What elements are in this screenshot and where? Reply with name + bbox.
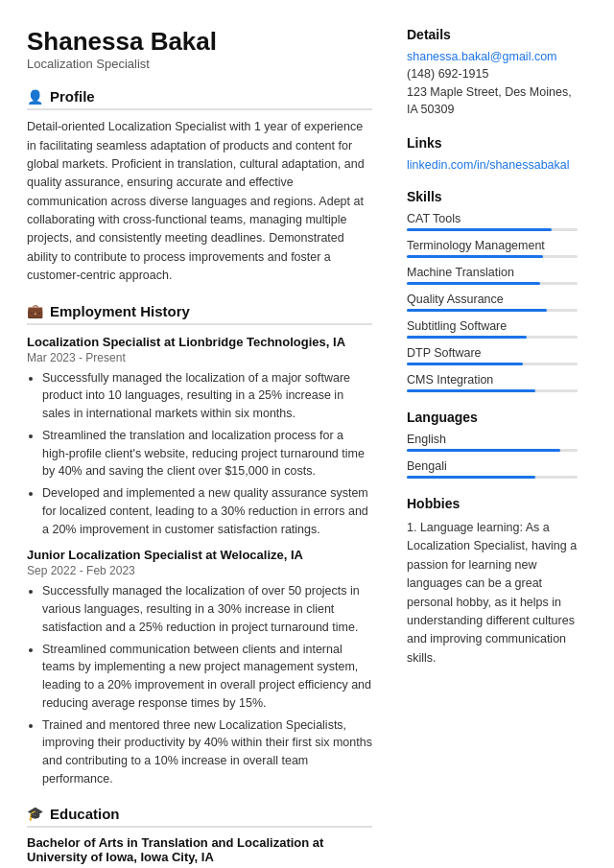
job-dates-2: Sep 2022 - Feb 2023 <box>27 564 372 577</box>
hobbies-section-title: Hobbies <box>407 496 578 511</box>
skill-name: Terminology Management <box>407 239 578 252</box>
education-section-title: 🎓 Education <box>27 806 372 828</box>
language-item: English <box>407 433 578 452</box>
profile-icon: 👤 <box>27 89 43 105</box>
candidate-job-title: Localization Specialist <box>27 57 372 71</box>
skill-name: DTP Software <box>407 346 578 360</box>
bullet-item: Streamlined communication between client… <box>42 641 372 713</box>
profile-section-title: 👤 Profile <box>27 88 372 110</box>
skill-bar-bg <box>407 309 578 312</box>
skill-bar-fill <box>407 389 535 392</box>
language-bar-fill <box>407 449 560 452</box>
language-bar-bg <box>407 449 578 452</box>
links-section: Links linkedin.com/in/shanessabakal <box>407 135 578 172</box>
skill-item: Quality Assurance <box>407 293 578 312</box>
skill-item: Subtitling Software <box>407 319 578 339</box>
language-name: Bengali <box>407 459 578 473</box>
hobbies-text: 1. Language learning: As a Localization … <box>407 519 578 668</box>
languages-section-title: Languages <box>407 410 578 425</box>
skill-item: CMS Integration <box>407 373 578 392</box>
skill-name: CMS Integration <box>407 373 578 387</box>
skill-bar-fill <box>407 228 552 231</box>
edu-title-1: Bachelor of Arts in Translation and Loca… <box>27 835 372 864</box>
bullet-item: Developed and implemented a new quality … <box>42 484 372 538</box>
skills-section-title: Skills <box>407 189 578 204</box>
skill-item: Machine Translation <box>407 266 578 285</box>
education-icon: 🎓 <box>27 806 43 821</box>
skill-bar-bg <box>407 336 578 339</box>
bullet-item: Streamlined the translation and localiza… <box>42 427 372 481</box>
job-dates-1: Mar 2023 - Present <box>27 351 372 364</box>
employment-icon: 💼 <box>27 303 43 318</box>
skill-bar-bg <box>407 228 578 231</box>
hobbies-section: Hobbies 1. Language learning: As a Local… <box>407 496 578 668</box>
language-bar-bg <box>407 476 578 479</box>
skills-section: Skills CAT Tools Terminology Management … <box>407 189 578 392</box>
address: 123 Maple Street, Des Moines, IA 50309 <box>407 84 578 118</box>
skill-bar-fill <box>407 336 527 339</box>
job-title-1: Localization Specialist at Lionbridge Te… <box>27 335 372 349</box>
skill-bar-fill <box>407 282 540 285</box>
profile-section: 👤 Profile Detail-oriented Localization S… <box>27 88 372 285</box>
skill-bar-fill <box>407 363 523 365</box>
details-section: Details shanessa.bakal@gmail.com (148) 6… <box>407 27 578 118</box>
skill-item: CAT Tools <box>407 212 578 231</box>
language-item: Bengali <box>407 459 578 479</box>
phone-number: (148) 692-1915 <box>407 67 578 81</box>
linkedin-link[interactable]: linkedin.com/in/shanessabakal <box>407 158 578 172</box>
bullet-item: Successfully managed the localization of… <box>42 369 372 423</box>
employment-section: 💼 Employment History Localization Specia… <box>27 303 372 788</box>
skill-bar-bg <box>407 282 578 285</box>
job-bullets-1: Successfully managed the localization of… <box>27 369 372 539</box>
skill-item: DTP Software <box>407 346 578 365</box>
skill-name: Quality Assurance <box>407 293 578 306</box>
job-title-2: Junior Localization Specialist at Weloca… <box>27 548 372 562</box>
skill-bar-bg <box>407 363 578 365</box>
education-section: 🎓 Education Bachelor of Arts in Translat… <box>27 806 372 868</box>
skill-bar-bg <box>407 389 578 392</box>
links-section-title: Links <box>407 135 578 151</box>
profile-text: Detail-oriented Localization Specialist … <box>27 118 372 285</box>
skill-bar-fill <box>407 255 543 258</box>
details-section-title: Details <box>407 27 578 42</box>
skill-bar-fill <box>407 309 547 312</box>
skill-name: CAT Tools <box>407 212 578 225</box>
language-name: English <box>407 433 578 446</box>
language-bar-fill <box>407 476 535 479</box>
job-bullets-2: Successfully managed the localization of… <box>27 582 372 787</box>
skill-name: Subtitling Software <box>407 319 578 333</box>
bullet-item: Trained and mentored three new Localizat… <box>42 716 372 788</box>
skill-item: Terminology Management <box>407 239 578 258</box>
languages-list: English Bengali <box>407 433 578 479</box>
candidate-name: Shanessa Bakal <box>27 27 372 57</box>
email-link[interactable]: shanessa.bakal@gmail.com <box>407 50 578 63</box>
skills-list: CAT Tools Terminology Management Machine… <box>407 212 578 392</box>
employment-section-title: 💼 Employment History <box>27 303 372 325</box>
languages-section: Languages English Bengali <box>407 410 578 479</box>
skill-bar-bg <box>407 255 578 258</box>
skill-name: Machine Translation <box>407 266 578 279</box>
bullet-item: Successfully managed the localization of… <box>42 582 372 636</box>
